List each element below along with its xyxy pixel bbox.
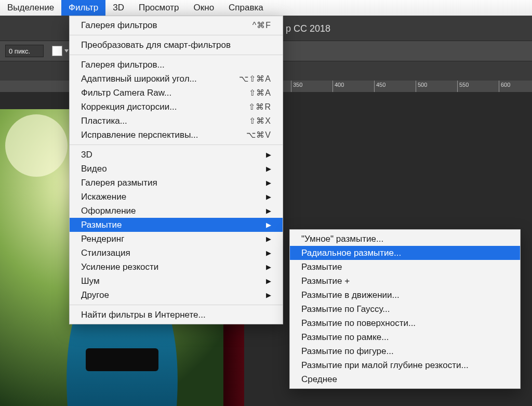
shortcut-label: ^⌘F [252, 20, 271, 30]
shortcut-label: ⇧⌘R [248, 102, 271, 112]
submenu-item-surface-blur[interactable]: Размытие по поверхности... [290, 316, 520, 330]
menubar-item-view[interactable]: Просмотр [131, 0, 187, 16]
chevron-right-icon: ▶ [266, 291, 271, 299]
submenu-item-blur-more[interactable]: Размытие + [290, 274, 520, 288]
menu-item-stylize[interactable]: Стилизация ▶ [70, 246, 283, 260]
menu-item-camera-raw[interactable]: Фильтр Camera Raw... ⇧⌘A [70, 86, 283, 100]
chevron-right-icon: ▶ [266, 249, 271, 257]
ruler-tick-label: 400 [335, 82, 344, 88]
chevron-right-icon: ▶ [266, 207, 271, 215]
chevron-right-icon: ▶ [266, 179, 271, 187]
chevron-right-icon: ▶ [266, 277, 271, 285]
submenu-item-gaussian-blur[interactable]: Размытие по Гауссу... [290, 302, 520, 316]
ruler-tick-label: 600 [501, 82, 510, 88]
feather-input[interactable] [5, 45, 44, 57]
chevron-right-icon: ▶ [266, 151, 271, 159]
menubar-item-selection[interactable]: Выделение [0, 0, 61, 16]
menu-item-vanishing-point[interactable]: Исправление перспективы... ⌥⌘V [70, 128, 283, 142]
submenu-item-radial-blur[interactable]: Радиальное размытие... [290, 246, 520, 260]
chevron-down-icon[interactable] [64, 49, 69, 53]
chevron-right-icon: ▶ [266, 193, 271, 201]
menu-item-convert-smart[interactable]: Преобразовать для смарт-фильтров [70, 38, 283, 52]
menu-separator [70, 35, 283, 35]
color-swatch[interactable] [52, 46, 62, 56]
submenu-item-box-blur[interactable]: Размытие по рамке... [290, 330, 520, 344]
shortcut-label: ⌥⇧⌘A [239, 74, 271, 84]
document-title: p CC 2018 [286, 23, 330, 34]
menu-item-lens-correction[interactable]: Коррекция дисторсии... ⇧⌘R [70, 100, 283, 114]
svg-rect-4 [86, 348, 158, 371]
submenu-item-lens-blur[interactable]: Размытие при малой глубине резкости... [290, 358, 520, 372]
menu-item-sharpen[interactable]: Усиление резкости ▶ [70, 260, 283, 274]
menubar-item-help[interactable]: Справка [221, 0, 271, 16]
menu-item-last-filter[interactable]: Галерея фильтров ^⌘F [70, 18, 283, 32]
menu-item-pixelate[interactable]: Оформление ▶ [70, 204, 283, 218]
submenu-item-shape-blur[interactable]: Размытие по фигуре... [290, 344, 520, 358]
ruler-tick-label: 550 [459, 82, 469, 88]
menu-item-filter-gallery[interactable]: Галерея фильтров... [70, 58, 283, 72]
chevron-right-icon: ▶ [266, 165, 271, 173]
ruler-tick-label: 500 [418, 82, 427, 88]
menu-item-render[interactable]: Рендеринг ▶ [70, 232, 283, 246]
menu-separator [70, 55, 283, 55]
ruler-tick-label: 450 [376, 82, 385, 88]
menu-separator [70, 305, 283, 305]
submenu-item-motion-blur[interactable]: Размытие в движении... [290, 288, 520, 302]
submenu-item-average[interactable]: Среднее [290, 372, 520, 386]
menu-separator [70, 145, 283, 145]
menubar-item-3d[interactable]: 3D [105, 0, 131, 16]
menu-item-noise[interactable]: Шум ▶ [70, 274, 283, 288]
shortcut-label: ⇧⌘A [249, 88, 271, 98]
blur-submenu: "Умное" размытие... Радиальное размытие.… [289, 229, 521, 389]
menu-item-distort[interactable]: Искажение ▶ [70, 190, 283, 204]
menubar-item-window[interactable]: Окно [187, 0, 222, 16]
shortcut-label: ⌥⌘V [246, 130, 271, 140]
submenu-item-smart-blur[interactable]: "Умное" размытие... [290, 232, 520, 246]
svg-point-1 [5, 114, 68, 177]
submenu-item-blur[interactable]: Размытие [290, 260, 520, 274]
ruler-tick-label: 350 [293, 82, 302, 88]
os-menubar: Выделение Фильтр 3D Просмотр Окно Справк… [0, 0, 532, 16]
menu-item-other[interactable]: Другое ▶ [70, 288, 283, 302]
shortcut-label: ⇧⌘X [249, 116, 271, 126]
chevron-right-icon: ▶ [266, 263, 271, 271]
chevron-right-icon: ▶ [266, 235, 271, 243]
menu-item-blur-gallery[interactable]: Галерея размытия ▶ [70, 176, 283, 190]
menu-item-video[interactable]: Видео ▶ [70, 162, 283, 176]
menu-item-browse-filters[interactable]: Найти фильтры в Интернете... [70, 308, 283, 322]
filter-menu: Галерея фильтров ^⌘F Преобразовать для с… [69, 16, 283, 324]
menu-item-blur[interactable]: Размытие ▶ [70, 218, 283, 232]
menu-item-adaptive-wide[interactable]: Адаптивный широкий угол... ⌥⇧⌘A [70, 72, 283, 86]
menu-item-liquify[interactable]: Пластика... ⇧⌘X [70, 114, 283, 128]
menubar-item-filter[interactable]: Фильтр [61, 0, 105, 16]
chevron-right-icon: ▶ [266, 221, 271, 229]
menu-item-3d[interactable]: 3D ▶ [70, 148, 283, 162]
